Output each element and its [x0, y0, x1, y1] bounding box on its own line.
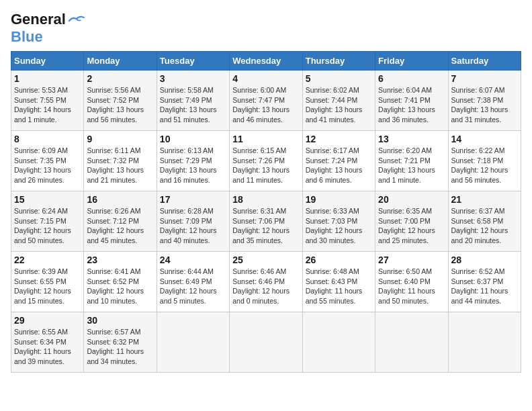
- day-number: 17: [160, 194, 226, 205]
- calendar-cell: 7Sunrise: 6:07 AMSunset: 7:38 PMDaylight…: [448, 71, 521, 131]
- logo-blue: Blue: [11, 28, 43, 45]
- day-info: Sunrise: 6:41 AMSunset: 6:52 PMDaylight:…: [87, 267, 153, 306]
- day-number: 26: [306, 255, 372, 265]
- day-number: 11: [232, 134, 299, 144]
- calendar-cell: 15Sunrise: 6:24 AMSunset: 7:15 PMDayligh…: [11, 191, 84, 252]
- calendar-cell: 5Sunrise: 6:02 AMSunset: 7:44 PMDaylight…: [302, 71, 375, 131]
- logo: General Blue: [11, 11, 86, 46]
- day-info: Sunrise: 6:15 AMSunset: 7:26 PMDaylight:…: [232, 146, 299, 185]
- calendar-cell: 28Sunrise: 6:52 AMSunset: 6:37 PMDayligh…: [448, 252, 521, 312]
- calendar-cell: [375, 312, 448, 373]
- calendar-header-row: SundayMondayTuesdayWednesdayThursdayFrid…: [11, 52, 521, 71]
- calendar-cell: 8Sunrise: 6:09 AMSunset: 7:35 PMDaylight…: [11, 131, 84, 191]
- day-info: Sunrise: 5:53 AMSunset: 7:55 PMDaylight:…: [14, 85, 81, 125]
- day-number: 30: [87, 315, 153, 326]
- day-info: Sunrise: 6:55 AMSunset: 6:34 PMDaylight:…: [14, 327, 81, 367]
- day-number: 3: [160, 73, 226, 84]
- calendar-cell: 2Sunrise: 5:56 AMSunset: 7:52 PMDaylight…: [84, 71, 157, 131]
- day-info: Sunrise: 6:26 AMSunset: 7:12 PMDaylight:…: [87, 206, 153, 246]
- day-number: 19: [306, 194, 372, 205]
- calendar-cell: 26Sunrise: 6:48 AMSunset: 6:43 PMDayligh…: [302, 252, 375, 312]
- day-info: Sunrise: 6:02 AMSunset: 7:44 PMDaylight:…: [306, 85, 372, 125]
- day-info: Sunrise: 6:35 AMSunset: 7:00 PMDaylight:…: [378, 206, 445, 246]
- day-info: Sunrise: 6:04 AMSunset: 7:41 PMDaylight:…: [378, 85, 445, 125]
- day-number: 18: [232, 194, 299, 205]
- calendar-cell: 23Sunrise: 6:41 AMSunset: 6:52 PMDayligh…: [84, 252, 157, 312]
- calendar-cell: 6Sunrise: 6:04 AMSunset: 7:41 PMDaylight…: [375, 71, 448, 131]
- day-number: 9: [87, 134, 153, 144]
- day-number: 10: [160, 134, 226, 144]
- calendar-cell: 3Sunrise: 5:58 AMSunset: 7:49 PMDaylight…: [157, 71, 229, 131]
- day-number: 16: [87, 194, 153, 205]
- day-number: 28: [451, 255, 518, 265]
- calendar-cell: 11Sunrise: 6:15 AMSunset: 7:26 PMDayligh…: [230, 131, 302, 191]
- day-number: 7: [451, 73, 518, 84]
- day-number: 2: [87, 73, 153, 84]
- day-info: Sunrise: 6:24 AMSunset: 7:15 PMDaylight:…: [14, 206, 81, 246]
- calendar-cell: 16Sunrise: 6:26 AMSunset: 7:12 PMDayligh…: [84, 191, 157, 252]
- calendar-cell: 18Sunrise: 6:31 AMSunset: 7:06 PMDayligh…: [230, 191, 302, 252]
- day-info: Sunrise: 6:31 AMSunset: 7:06 PMDaylight:…: [232, 206, 299, 246]
- calendar-cell: 27Sunrise: 6:50 AMSunset: 6:40 PMDayligh…: [375, 252, 448, 312]
- calendar-cell: 25Sunrise: 6:46 AMSunset: 6:46 PMDayligh…: [230, 252, 302, 312]
- calendar-cell: 17Sunrise: 6:28 AMSunset: 7:09 PMDayligh…: [157, 191, 229, 252]
- day-info: Sunrise: 6:09 AMSunset: 7:35 PMDaylight:…: [14, 146, 81, 185]
- day-number: 27: [378, 255, 445, 265]
- calendar-cell: [302, 312, 375, 373]
- calendar-cell: 14Sunrise: 6:22 AMSunset: 7:18 PMDayligh…: [448, 131, 521, 191]
- calendar-cell: 9Sunrise: 6:11 AMSunset: 7:32 PMDaylight…: [84, 131, 157, 191]
- calendar-table: SundayMondayTuesdayWednesdayThursdayFrid…: [11, 51, 521, 373]
- calendar-cell: [157, 312, 229, 373]
- day-info: Sunrise: 6:20 AMSunset: 7:21 PMDaylight:…: [378, 146, 445, 185]
- day-number: 12: [306, 134, 372, 144]
- header-wednesday: Wednesday: [230, 52, 302, 71]
- day-number: 5: [306, 73, 372, 84]
- calendar-cell: 20Sunrise: 6:35 AMSunset: 7:00 PMDayligh…: [375, 191, 448, 252]
- calendar-cell: 30Sunrise: 6:57 AMSunset: 6:32 PMDayligh…: [84, 312, 157, 373]
- calendar-week-1: 1Sunrise: 5:53 AMSunset: 7:55 PMDaylight…: [11, 71, 521, 131]
- calendar-cell: [448, 312, 521, 373]
- day-info: Sunrise: 6:07 AMSunset: 7:38 PMDaylight:…: [451, 85, 518, 125]
- calendar-week-2: 8Sunrise: 6:09 AMSunset: 7:35 PMDaylight…: [11, 131, 521, 191]
- header-monday: Monday: [84, 52, 157, 71]
- day-info: Sunrise: 6:22 AMSunset: 7:18 PMDaylight:…: [451, 146, 518, 185]
- calendar-cell: [230, 312, 302, 373]
- day-info: Sunrise: 6:39 AMSunset: 6:55 PMDaylight:…: [14, 267, 81, 306]
- header-saturday: Saturday: [448, 52, 521, 71]
- header-thursday: Thursday: [302, 52, 375, 71]
- day-info: Sunrise: 5:56 AMSunset: 7:52 PMDaylight:…: [87, 85, 153, 125]
- calendar-cell: 1Sunrise: 5:53 AMSunset: 7:55 PMDaylight…: [11, 71, 84, 131]
- day-info: Sunrise: 6:57 AMSunset: 6:32 PMDaylight:…: [87, 327, 153, 367]
- day-number: 20: [378, 194, 445, 205]
- day-info: Sunrise: 6:00 AMSunset: 7:47 PMDaylight:…: [232, 85, 299, 125]
- calendar-cell: 10Sunrise: 6:13 AMSunset: 7:29 PMDayligh…: [157, 131, 229, 191]
- day-number: 6: [378, 73, 445, 84]
- day-info: Sunrise: 6:46 AMSunset: 6:46 PMDaylight:…: [232, 267, 299, 306]
- calendar-week-4: 22Sunrise: 6:39 AMSunset: 6:55 PMDayligh…: [11, 252, 521, 312]
- calendar-cell: 19Sunrise: 6:33 AMSunset: 7:03 PMDayligh…: [302, 191, 375, 252]
- day-info: Sunrise: 6:17 AMSunset: 7:24 PMDaylight:…: [306, 146, 372, 185]
- day-number: 21: [451, 194, 518, 205]
- day-number: 8: [14, 134, 81, 144]
- day-info: Sunrise: 6:48 AMSunset: 6:43 PMDaylight:…: [306, 267, 372, 306]
- day-number: 23: [87, 255, 153, 265]
- calendar-week-3: 15Sunrise: 6:24 AMSunset: 7:15 PMDayligh…: [11, 191, 521, 252]
- day-number: 14: [451, 134, 518, 144]
- day-info: Sunrise: 6:52 AMSunset: 6:37 PMDaylight:…: [451, 267, 518, 306]
- calendar-cell: 22Sunrise: 6:39 AMSunset: 6:55 PMDayligh…: [11, 252, 84, 312]
- calendar-cell: 13Sunrise: 6:20 AMSunset: 7:21 PMDayligh…: [375, 131, 448, 191]
- day-info: Sunrise: 6:50 AMSunset: 6:40 PMDaylight:…: [378, 267, 445, 306]
- header-sunday: Sunday: [11, 52, 84, 71]
- day-info: Sunrise: 6:37 AMSunset: 6:58 PMDaylight:…: [451, 206, 518, 246]
- day-info: Sunrise: 6:44 AMSunset: 6:49 PMDaylight:…: [160, 267, 226, 306]
- day-info: Sunrise: 6:28 AMSunset: 7:09 PMDaylight:…: [160, 206, 226, 246]
- day-number: 29: [14, 315, 81, 326]
- calendar-cell: 21Sunrise: 6:37 AMSunset: 6:58 PMDayligh…: [448, 191, 521, 252]
- day-number: 24: [160, 255, 226, 265]
- calendar-cell: 24Sunrise: 6:44 AMSunset: 6:49 PMDayligh…: [157, 252, 229, 312]
- header-tuesday: Tuesday: [157, 52, 229, 71]
- calendar-week-5: 29Sunrise: 6:55 AMSunset: 6:34 PMDayligh…: [11, 312, 521, 373]
- calendar-cell: 12Sunrise: 6:17 AMSunset: 7:24 PMDayligh…: [302, 131, 375, 191]
- day-info: Sunrise: 6:11 AMSunset: 7:32 PMDaylight:…: [87, 146, 153, 185]
- day-info: Sunrise: 6:33 AMSunset: 7:03 PMDaylight:…: [306, 206, 372, 246]
